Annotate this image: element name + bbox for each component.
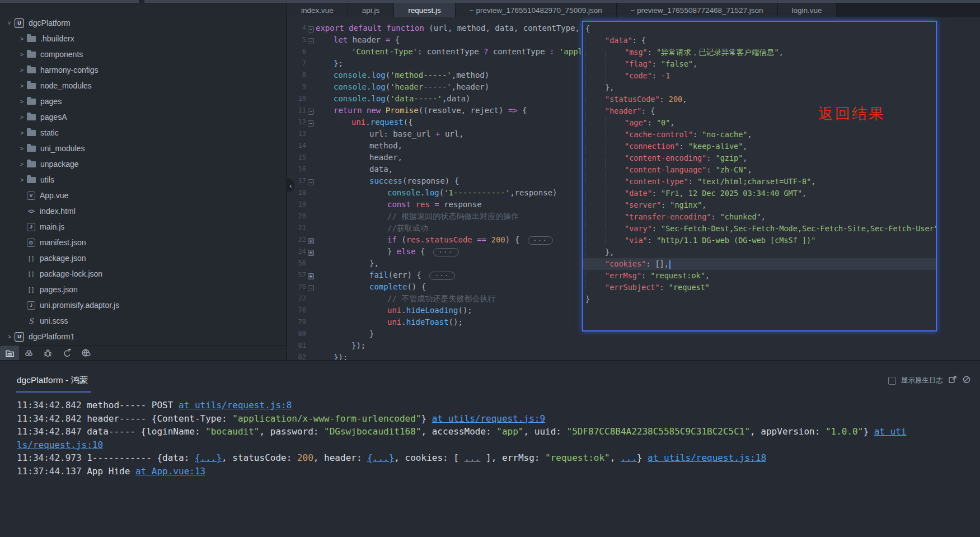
- collapsed-code-box[interactable]: ···: [433, 248, 459, 256]
- scroll-lock-icon[interactable]: [962, 375, 971, 386]
- sidebar-item-label: utils: [40, 175, 54, 184]
- file-scss-icon: S: [27, 317, 35, 325]
- sidebar-item-label: uni.scss: [40, 316, 68, 325]
- sidebar-item-main-js[interactable]: Jmain.js: [0, 219, 286, 235]
- console-link[interactable]: {...}: [195, 452, 222, 463]
- chevron-right-icon[interactable]: >: [17, 145, 27, 152]
- log-line: 11:34:42.842 method----- POST at utils/r…: [17, 399, 980, 412]
- code-token: const: [387, 200, 416, 209]
- console-link[interactable]: ...: [621, 452, 637, 463]
- console-link[interactable]: ...: [465, 452, 481, 463]
- indent-guide: [585, 105, 605, 117]
- restart-icon[interactable]: [57, 345, 76, 361]
- console-link[interactable]: {...}: [367, 452, 394, 463]
- tab-login.vue[interactable]: login.vue: [778, 3, 837, 17]
- fold-expand-icon[interactable]: +: [308, 273, 314, 279]
- debug-icon[interactable]: [38, 345, 57, 361]
- chevron-down-icon[interactable]: >: [6, 18, 13, 28]
- show-native-log-checkbox[interactable]: [888, 377, 896, 385]
- fold-collapse-icon[interactable]: −: [308, 285, 314, 291]
- line-number: 57: [287, 269, 306, 281]
- collapsed-code-box[interactable]: ···: [528, 236, 554, 245]
- sidebar-item-pages[interactable]: >pages: [0, 94, 286, 109]
- code-token: :: [660, 95, 669, 104]
- sidebar-item--hbuilderx[interactable]: >.hbuilderx: [0, 31, 286, 46]
- indent-guide: [605, 117, 625, 129]
- sidebar-item-dgcplatform[interactable]: >UdgcPlatform: [0, 15, 286, 31]
- files-icon[interactable]: [0, 345, 19, 361]
- fold-collapse-icon[interactable]: −: [308, 26, 314, 32]
- code-token: return new: [334, 106, 386, 115]
- sidebar-item-label: unpackage: [40, 160, 79, 169]
- folder-icon: [27, 177, 36, 183]
- sidebar-item-package-json[interactable]: [ ]package.json: [0, 250, 286, 266]
- sidebar-item-dgcplatform1[interactable]: >UdgcPlatform1: [0, 329, 286, 344]
- search-icon[interactable]: [19, 345, 38, 361]
- code-text: if (res.statusCode == 200) { ···: [387, 235, 553, 244]
- chevron-right-icon[interactable]: >: [17, 82, 27, 89]
- sidebar-item-uni-modules[interactable]: >uni_modules: [0, 141, 286, 156]
- sidebar-item-pages-json[interactable]: [ ]pages.json: [0, 282, 286, 297]
- network-icon[interactable]: [76, 345, 95, 361]
- code-token: uni: [387, 306, 401, 315]
- sidebar-item-label: pagesA: [40, 113, 67, 122]
- tab-index.vue[interactable]: index.vue: [287, 3, 348, 17]
- console-link[interactable]: ls/request.js:10: [17, 440, 103, 450]
- json-line: },: [585, 246, 936, 258]
- tab--preview-1765508772468-71527.json[interactable]: ~ preview_1765508772468_71527.json: [617, 3, 778, 17]
- sidebar-item-uni-promisify-adaptor-js[interactable]: Juni.promisify.adaptor.js: [0, 297, 286, 313]
- tab-request.js[interactable]: request.js: [394, 3, 456, 17]
- open-log-icon[interactable]: [948, 375, 957, 386]
- sidebar-item-unpackage[interactable]: >unpackage: [0, 156, 286, 172]
- code-token: :: [641, 271, 650, 280]
- console-link[interactable]: at utils/request.js:8: [179, 400, 292, 410]
- chevron-right-icon[interactable]: >: [17, 129, 27, 136]
- sidebar-item-static[interactable]: >static: [0, 125, 286, 141]
- console-link[interactable]: at uti: [874, 426, 907, 437]
- sidebar-item-pagesa[interactable]: >pagesA: [0, 109, 286, 125]
- sidebar-item-uni-scss[interactable]: Suni.scss: [0, 313, 286, 329]
- sidebar-item-label: dgcPlatform1: [29, 332, 74, 341]
- console-link[interactable]: at App.vue:13: [135, 466, 205, 477]
- sidebar-item-package-lock-json[interactable]: [ ]package-lock.json: [0, 266, 286, 282]
- collapsed-code-box[interactable]: ···: [429, 272, 455, 280]
- json-preview-panel[interactable]: {"data": {"msg": "异常请求，已记录异常客户端信息","flag…: [582, 21, 937, 331]
- code-token: "errMsg": [605, 271, 641, 280]
- sidebar-item-node-modules[interactable]: >node_modules: [0, 78, 286, 94]
- chevron-right-icon[interactable]: >: [17, 114, 27, 120]
- fold-collapse-icon[interactable]: −: [308, 109, 314, 115]
- console-link[interactable]: at utils/request.js:18: [648, 452, 766, 463]
- console-link[interactable]: at utils/request.js:9: [432, 413, 545, 424]
- sidebar-item-harmony-configs[interactable]: >harmony-configs: [0, 62, 286, 78]
- json-line: "content-type": "text/html;charset=UTF-8…: [585, 176, 936, 188]
- chevron-right-icon[interactable]: >: [4, 333, 15, 340]
- sidebar-item-index-html[interactable]: <>index.html: [0, 203, 286, 219]
- fold-collapse-icon[interactable]: −: [308, 38, 314, 44]
- code-token: (err) {: [388, 270, 426, 279]
- chevron-right-icon[interactable]: >: [17, 98, 27, 105]
- tab--preview-1765510482970-75009.json[interactable]: ~ preview_1765510482970_75009.json: [456, 3, 617, 17]
- chevron-right-icon[interactable]: >: [17, 67, 27, 73]
- fold-collapse-icon[interactable]: −: [308, 179, 314, 185]
- sidebar-item-app-vue[interactable]: VApp.vue: [0, 188, 286, 203]
- chevron-right-icon[interactable]: >: [17, 176, 27, 183]
- code-token: complete: [369, 282, 407, 291]
- chevron-right-icon[interactable]: >: [17, 51, 27, 58]
- code-token: =: [386, 35, 395, 44]
- sidebar-item-components[interactable]: >components: [0, 46, 286, 62]
- code-text: console.log('method-----',method): [334, 71, 489, 80]
- project-icon: U: [15, 18, 24, 28]
- console-tab[interactable]: dgcPlatform - 鸿蒙: [17, 375, 88, 386]
- code-token: data,: [369, 165, 393, 174]
- fold-expand-icon[interactable]: +: [308, 250, 314, 256]
- sidebar-item-manifest-json[interactable]: ⚙manifest.json: [0, 235, 286, 250]
- fold-expand-icon[interactable]: +: [308, 238, 314, 244]
- code-token: (: [386, 82, 390, 91]
- sidebar-item-utils[interactable]: >utils: [0, 172, 286, 188]
- code-text: uni.hideLoading();: [387, 306, 472, 315]
- chevron-right-icon[interactable]: >: [17, 35, 27, 42]
- tab-api.js[interactable]: api.js: [348, 3, 395, 17]
- chevron-right-icon[interactable]: >: [17, 161, 27, 167]
- fold-collapse-icon[interactable]: −: [308, 120, 314, 127]
- code-token: "request": [669, 283, 710, 292]
